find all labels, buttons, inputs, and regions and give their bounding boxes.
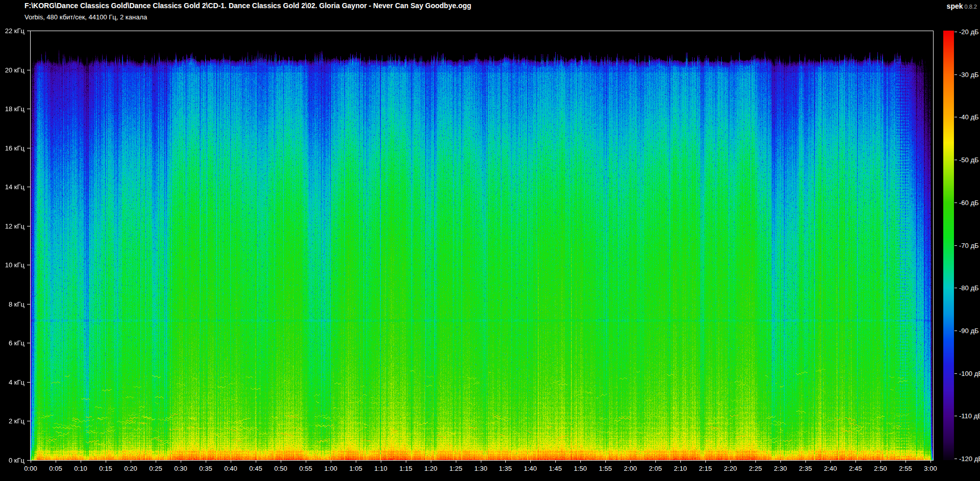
db-tick-label: -100 дБ [959,370,980,377]
time-tick [580,461,581,463]
time-tick-label: 1:25 [443,465,469,472]
time-tick [356,461,356,463]
db-tick-label: -80 дБ [959,284,979,292]
time-tick [106,461,106,463]
freq-tick [27,265,30,265]
time-tick [456,461,456,463]
time-tick-label: 0:55 [293,465,318,472]
freq-tick-label: 2 кГц [0,417,24,425]
time-tick-label: 2:00 [618,465,643,472]
time-tick-label: 2:40 [818,465,843,472]
time-tick-label: 0:45 [243,465,268,472]
freq-tick [27,187,30,187]
time-tick [81,461,81,463]
plot-frame [30,31,934,461]
time-tick [481,461,481,463]
time-tick-label: 3:00 [918,465,943,472]
time-tick-label: 0:40 [218,465,243,472]
db-tick [954,202,957,203]
db-tick-label: -30 дБ [959,71,979,79]
time-tick [406,461,406,463]
freq-tick [27,382,30,383]
time-tick-label: 2:35 [793,465,818,472]
time-tick [381,461,381,463]
time-tick [655,461,656,463]
time-tick [630,461,631,463]
time-tick-label: 0:20 [118,465,143,472]
time-tick [231,461,231,463]
window-title: F:\KORG\Dance Classics Gold\Dance Classi… [24,2,471,10]
time-tick-label: 0:30 [168,465,193,472]
db-tick [954,373,957,374]
time-tick [530,461,531,463]
db-tick [954,74,957,75]
time-tick [431,461,431,463]
time-tick [930,461,931,463]
freq-tick-label: 6 кГц [0,339,24,347]
db-tick [954,160,957,160]
freq-tick-label: 10 кГц [0,261,24,269]
spek-window: F:\KORG\Dance Classics Gold\Dance Classi… [0,0,980,481]
freq-tick-label: 12 кГц [0,222,24,230]
db-tick-label: -60 дБ [959,199,979,207]
db-tick [954,331,957,331]
time-tick-label: 2:10 [668,465,693,472]
freq-tick-label: 0 кГц [0,457,24,464]
time-tick [281,461,281,463]
time-tick-label: 1:30 [468,465,494,472]
db-tick [954,459,957,459]
db-tick-label: -120 дБ [959,455,980,463]
time-tick [805,461,806,463]
time-tick [31,461,31,463]
time-tick-label: 1:35 [493,465,518,472]
codec-info: Vorbis, 480 кбит/сек, 44100 Гц, 2 канала [24,13,147,21]
time-tick-label: 0:25 [143,465,168,472]
db-tick [954,288,957,288]
freq-tick-label: 20 кГц [0,66,24,74]
time-tick-label: 0:35 [193,465,218,472]
time-tick [605,461,606,463]
time-tick [131,461,131,463]
app-brand: spek0.8.2 [947,2,977,11]
time-tick [855,461,856,463]
time-tick-label: 1:05 [343,465,369,472]
time-tick [555,461,556,463]
time-tick [156,461,156,463]
freq-tick-label: 4 кГц [0,378,24,386]
freq-tick [27,460,30,461]
time-tick-label: 2:15 [693,465,718,472]
app-version: 0.8.2 [965,4,977,10]
time-tick [256,461,256,463]
time-tick [306,461,306,463]
freq-tick [27,109,30,109]
time-tick-label: 2:20 [718,465,743,472]
freq-tick-label: 18 кГц [0,105,24,113]
freq-tick-label: 8 кГц [0,300,24,308]
freq-tick [27,31,30,31]
time-tick [880,461,881,463]
db-tick [954,416,957,416]
time-tick [206,461,206,463]
time-tick-label: 0:00 [18,465,43,472]
time-tick [905,461,906,463]
freq-tick-label: 22 кГц [0,27,24,35]
freq-tick-label: 16 кГц [0,144,24,152]
time-tick [755,461,756,463]
time-tick-label: 2:55 [893,465,918,472]
time-tick [830,461,831,463]
time-tick-label: 0:10 [68,465,93,472]
app-name: spek [947,2,963,10]
db-tick [954,117,957,117]
time-tick-label: 1:55 [593,465,618,472]
time-tick-label: 1:15 [393,465,419,472]
db-tick-label: -90 дБ [959,327,979,335]
time-tick-label: 1:45 [543,465,568,472]
time-tick-label: 1:40 [518,465,543,472]
time-tick [331,461,331,463]
freq-tick [27,148,30,148]
time-tick-label: 2:25 [743,465,768,472]
db-tick [954,32,957,32]
time-tick-label: 0:05 [43,465,68,472]
time-tick [56,461,56,463]
db-tick-label: -20 дБ [959,28,979,36]
